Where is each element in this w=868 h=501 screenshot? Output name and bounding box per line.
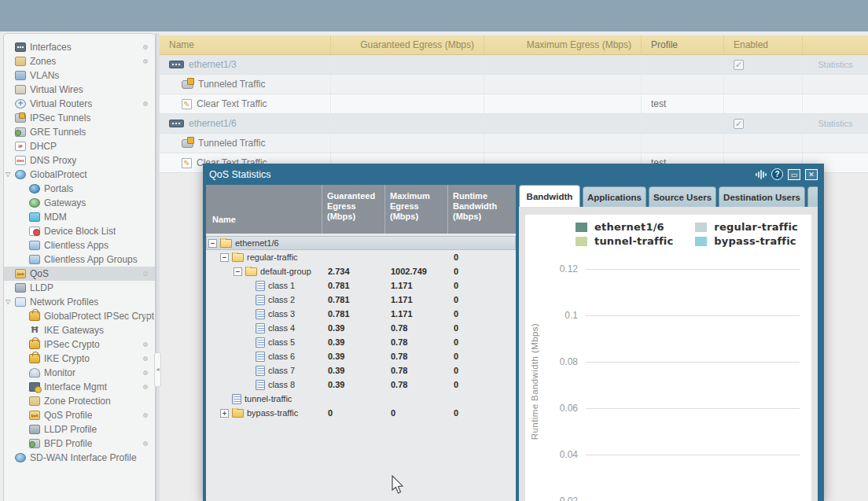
sidebar-item-bfd-profile[interactable]: BFD Profile <box>4 437 155 451</box>
sidebar-item-qos[interactable]: QoS <box>4 267 155 281</box>
row-name-cell: Tunneled Traffic <box>160 75 330 94</box>
tree-row[interactable]: class 30.7811.1710 <box>206 307 516 321</box>
sidebar-item-ipsec-crypto[interactable]: IPSec Crypto <box>4 337 155 352</box>
tree-row[interactable]: −ethernet1/6 <box>206 236 516 250</box>
item-menu-dot[interactable] <box>143 59 148 64</box>
row-name-cell[interactable]: ethernet1/6 <box>160 114 330 133</box>
sidebar-item-dns-proxy[interactable]: DNS Proxy <box>4 153 155 168</box>
tree-row[interactable]: class 10.7811.1710 <box>206 278 516 293</box>
item-menu-dot[interactable] <box>143 413 148 418</box>
tree-row[interactable]: class 20.7811.1710 <box>206 293 516 307</box>
tab-destination-users[interactable]: Destination Users <box>719 186 805 207</box>
sidebar-item-portals[interactable]: Portals <box>4 182 155 196</box>
item-menu-dot[interactable] <box>143 45 148 50</box>
dialog-titlebar[interactable]: QoS Statistics ? ▭ ✕ <box>203 164 824 185</box>
class-list-icon <box>256 337 265 348</box>
column-header-enabled[interactable]: Enabled <box>723 35 802 54</box>
sidebar-item-virtual-routers[interactable]: Virtual Routers <box>4 97 155 111</box>
sidebar-item-dhcp[interactable]: DHCP <box>4 139 155 153</box>
tree-row-label: default-group <box>260 267 311 276</box>
restore-icon[interactable]: ▭ <box>788 169 800 180</box>
tree-row-name: class 8 <box>206 380 322 390</box>
statistics-link[interactable]: Statistics <box>818 60 852 69</box>
item-menu-dot[interactable] <box>143 370 148 375</box>
item-menu-dot[interactable] <box>143 271 148 276</box>
close-icon[interactable]: ✕ <box>805 169 818 180</box>
column-header-guaranteed-egress-mbps-[interactable]: Guaranteed Egress (Mbps) <box>330 35 484 54</box>
tree-row-name: class 7 <box>206 366 322 376</box>
sidebar-item-clientless-app-groups[interactable]: Clientless App Groups <box>4 252 155 267</box>
row-name-label: Tunneled Traffic <box>198 138 265 149</box>
item-menu-dot[interactable] <box>143 342 148 347</box>
sidebar-collapse-handle[interactable]: ◂ <box>154 352 161 387</box>
tab-s[interactable]: S <box>807 186 818 207</box>
guaranteed-egress-cell <box>330 75 484 94</box>
sidebar-item-gateways[interactable]: Gateways <box>4 196 155 210</box>
sidebar-item-gre-tunnels[interactable]: GRE Tunnels <box>4 125 155 139</box>
sidebar-item-label: IKE Gateways <box>44 325 104 336</box>
column-header-name[interactable]: Name <box>160 35 330 54</box>
sidebar-item-interface-mgmt[interactable]: Interface Mgmt <box>4 380 155 394</box>
tree-header-maximum: Maximum Egress (Mbps) <box>384 185 447 234</box>
tree-row[interactable]: class 40.390.780 <box>206 321 516 335</box>
tree-collapse-icon[interactable]: − <box>220 253 229 262</box>
sidebar-item-label: Interfaces <box>30 42 72 53</box>
tree-collapse-icon[interactable]: − <box>208 239 217 248</box>
sidebar-item-interfaces[interactable]: Interfaces <box>4 40 155 54</box>
tree-row[interactable]: class 50.390.780 <box>206 335 516 349</box>
tab-bandwidth[interactable]: Bandwidth <box>519 185 580 207</box>
sidebar-item-ipsec-tunnels[interactable]: IPSec Tunnels <box>4 111 155 125</box>
tree-row[interactable]: class 80.390.780 <box>206 378 516 392</box>
tree-row[interactable]: −default-group2.7341002.7490 <box>206 264 516 278</box>
sidebar-item-lldp-profile[interactable]: LLDP Profile <box>4 422 155 437</box>
statistics-link[interactable]: Statistics <box>818 119 852 128</box>
item-menu-dot[interactable] <box>143 101 148 106</box>
tree-row[interactable]: class 60.390.780 <box>206 349 516 363</box>
sidebar-item-qos-profile[interactable]: QoS Profile <box>4 408 155 422</box>
enabled-checkbox[interactable]: ✓ <box>734 119 744 129</box>
mdm-icon <box>29 212 40 222</box>
row-name-cell[interactable]: ethernet1/3 <box>160 55 330 74</box>
item-menu-dot[interactable] <box>143 356 148 361</box>
sidebar-item-ike-crypto[interactable]: IKE Crypto <box>4 352 155 366</box>
column-header-maximum-egress-mbps-[interactable]: Maximum Egress (Mbps) <box>484 35 641 54</box>
expander-triangle-icon[interactable]: ▽ <box>6 298 10 305</box>
item-menu-dot[interactable] <box>143 441 148 446</box>
tree-row[interactable]: tunnel-traffic <box>206 392 516 406</box>
tree-row[interactable]: class 70.390.780 <box>206 363 516 378</box>
gateways-icon <box>29 198 40 208</box>
sidebar-item-zones[interactable]: Zones <box>4 54 155 68</box>
tree-guaranteed-value: 0.39 <box>322 380 384 389</box>
tree-row-label: class 3 <box>268 309 295 319</box>
sidebar-item-vlans[interactable]: VLANs <box>4 68 155 83</box>
sidebar-item-clientless-apps[interactable]: Clientless Apps <box>4 238 155 252</box>
sidebar-item-ike-gateways[interactable]: IKE Gateways <box>4 323 155 337</box>
sidebar-item-label: Network Profiles <box>30 297 98 308</box>
column-header-profile[interactable]: Profile <box>641 35 723 54</box>
enabled-cell <box>723 94 802 113</box>
tree-collapse-icon[interactable]: − <box>234 267 242 276</box>
sidebar-item-virtual-wires[interactable]: Virtual Wires <box>4 83 155 97</box>
item-menu-dot[interactable] <box>143 314 148 319</box>
sidebar-item-device-block-list[interactable]: Device Block List <box>4 224 155 238</box>
sidebar-item-globalprotect[interactable]: ▽GlobalProtect <box>4 168 155 182</box>
tab-applications[interactable]: Applications <box>583 186 646 207</box>
tree-expand-icon[interactable]: + <box>220 409 229 418</box>
sidebar-item-monitor[interactable]: Monitor <box>4 366 155 380</box>
column-header-statistics[interactable] <box>802 35 868 54</box>
sidebar-item-zone-protection[interactable]: Zone Protection <box>4 394 155 408</box>
sidebar-item-network-profiles[interactable]: ▽Network Profiles <box>4 295 155 309</box>
expander-triangle-icon[interactable]: ▽ <box>6 171 10 178</box>
tree-row[interactable]: +bypass-traffic000 <box>206 406 516 420</box>
sidebar-item-sd-wan-interface-profile[interactable]: SD-WAN Interface Profile <box>4 451 155 465</box>
item-menu-dot[interactable] <box>143 385 148 389</box>
tree-row[interactable]: −regular-traffic0 <box>206 250 516 264</box>
help-icon[interactable]: ? <box>771 168 783 180</box>
enabled-checkbox[interactable]: ✓ <box>734 60 744 70</box>
folder-open-icon <box>232 253 244 262</box>
tab-source-users[interactable]: Source Users <box>649 186 716 207</box>
sidebar-item-globalprotect-ipsec-crypt[interactable]: GlobalProtect IPSec Crypt <box>4 309 155 323</box>
sidebar-item-lldp[interactable]: LLDP <box>4 281 155 295</box>
sidebar-item-mdm[interactable]: MDM <box>4 210 155 224</box>
maximum-egress-cell <box>484 94 641 113</box>
